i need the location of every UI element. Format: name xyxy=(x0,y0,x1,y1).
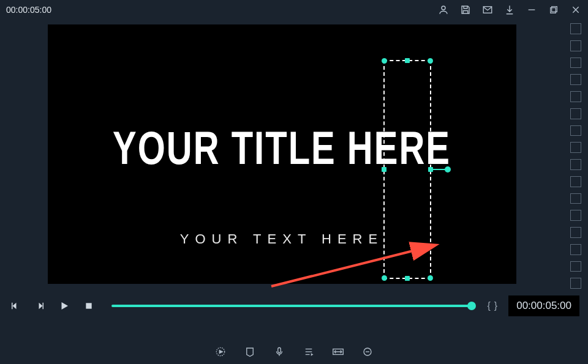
properties-icon[interactable] xyxy=(301,344,316,359)
next-frame-button[interactable] xyxy=(33,299,47,313)
svg-marker-9 xyxy=(13,303,17,310)
resize-handle-bc[interactable] xyxy=(405,276,410,281)
svg-rect-12 xyxy=(43,303,44,310)
play-button[interactable] xyxy=(58,299,71,313)
preview-canvas[interactable]: YOUR TITLE HERE YOUR TEXT HERE xyxy=(48,24,516,284)
minimize-icon[interactable] xyxy=(526,4,538,16)
strip-slot[interactable] xyxy=(570,91,581,102)
stop-button[interactable] xyxy=(82,299,96,313)
svg-marker-16 xyxy=(219,351,222,354)
rotation-handle[interactable] xyxy=(445,166,451,173)
resize-handle-tr[interactable] xyxy=(428,58,433,64)
resize-handle-tl[interactable] xyxy=(382,58,387,64)
mail-icon[interactable] xyxy=(481,4,494,16)
strip-slot[interactable] xyxy=(570,74,581,85)
progress-thumb[interactable] xyxy=(467,302,476,310)
preview-wrapper: YOUR TITLE HERE YOUR TEXT HERE xyxy=(0,20,564,289)
player-bar: { } 00:00:05:00 xyxy=(0,289,588,323)
strip-slot[interactable] xyxy=(570,108,581,119)
download-icon[interactable] xyxy=(503,4,516,16)
fit-width-icon[interactable] xyxy=(331,344,345,359)
svg-marker-11 xyxy=(39,303,43,310)
microphone-icon[interactable] xyxy=(272,344,287,359)
svg-rect-4 xyxy=(551,8,556,13)
strip-slot[interactable] xyxy=(570,23,581,34)
bottom-toolbar xyxy=(0,340,588,364)
render-icon[interactable] xyxy=(213,344,228,359)
save-icon[interactable] xyxy=(459,4,472,16)
resize-handle-ml[interactable] xyxy=(382,167,386,172)
right-tool-strip xyxy=(564,20,588,289)
strip-slot[interactable] xyxy=(570,244,581,255)
svg-marker-21 xyxy=(311,353,314,356)
timecode-right: 00:00:05:00 xyxy=(508,295,579,316)
strip-slot[interactable] xyxy=(570,227,581,238)
resize-handle-tc[interactable] xyxy=(405,58,410,63)
strip-slot[interactable] xyxy=(570,261,581,272)
resize-handle-bl[interactable] xyxy=(382,275,387,281)
strip-slot[interactable] xyxy=(570,210,581,221)
progress-bar[interactable] xyxy=(111,305,472,307)
strip-slot[interactable] xyxy=(570,125,581,136)
strip-slot[interactable] xyxy=(570,176,581,187)
svg-rect-14 xyxy=(86,303,91,308)
strip-slot[interactable] xyxy=(570,193,581,204)
close-icon[interactable] xyxy=(570,4,582,16)
strip-slot[interactable] xyxy=(570,58,581,69)
subtitle-text[interactable]: YOUR TEXT HERE xyxy=(180,231,383,247)
prev-frame-button[interactable] xyxy=(9,299,22,313)
strip-slot[interactable] xyxy=(570,142,581,153)
svg-rect-10 xyxy=(12,303,13,310)
marker-braces: { } xyxy=(488,300,498,311)
svg-point-0 xyxy=(442,6,445,10)
top-bar: 00:00:05:00 xyxy=(0,0,588,20)
svg-rect-3 xyxy=(552,7,557,12)
maximize-icon[interactable] xyxy=(548,4,560,16)
resize-handle-br[interactable] xyxy=(428,275,433,281)
strip-slot[interactable] xyxy=(570,278,581,289)
profile-icon[interactable] xyxy=(437,4,450,16)
strip-slot[interactable] xyxy=(570,159,581,170)
strip-slot[interactable] xyxy=(570,40,581,51)
marker-in-icon[interactable]: { xyxy=(488,300,491,311)
marker-out-icon[interactable]: } xyxy=(494,300,497,311)
svg-marker-13 xyxy=(62,302,69,310)
selection-box[interactable] xyxy=(383,60,431,279)
svg-rect-17 xyxy=(278,347,281,352)
window-controls xyxy=(437,4,582,16)
main-area: YOUR TITLE HERE YOUR TEXT HERE xyxy=(0,20,588,289)
zoom-out-icon[interactable] xyxy=(360,344,375,359)
timecode-display: 00:00:05:00 xyxy=(6,5,51,15)
marker-icon[interactable] xyxy=(243,344,257,359)
